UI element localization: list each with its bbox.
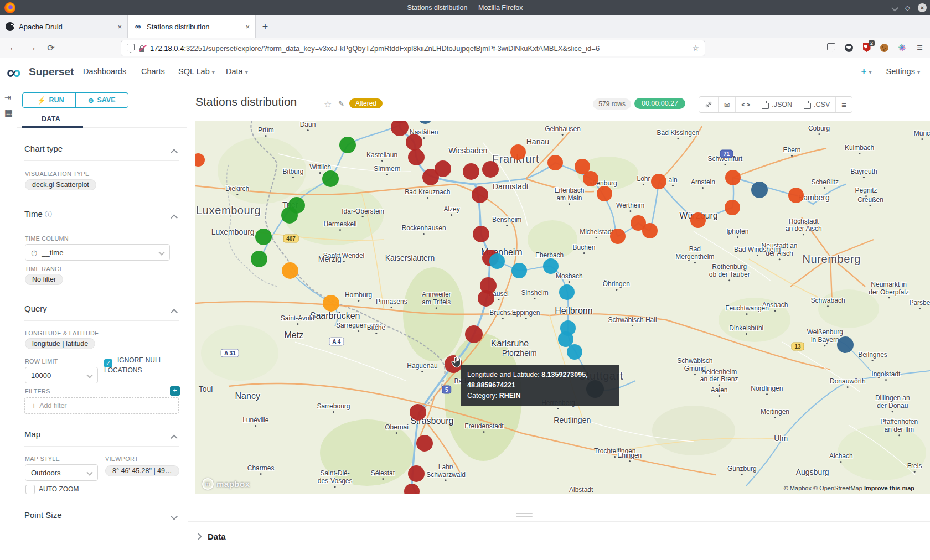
map-attribution[interactable]: © Mapbox © OpenStreetMap Improve this ma… bbox=[784, 485, 914, 491]
station-dot-main[interactable] bbox=[642, 223, 658, 238]
station-dot-neckar[interactable] bbox=[567, 344, 582, 360]
window-maximize-icon[interactable]: ◇ bbox=[905, 4, 910, 12]
section-time[interactable]: Time ⓘ bbox=[24, 209, 52, 220]
collapse-icon[interactable] bbox=[172, 307, 177, 317]
station-dot-main[interactable] bbox=[725, 200, 740, 215]
window-close-icon[interactable]: × bbox=[918, 3, 927, 12]
add-filter-box[interactable]: +Add filter bbox=[24, 397, 179, 414]
collapse-icon[interactable] bbox=[172, 433, 177, 443]
row-limit-select[interactable]: 10000 bbox=[25, 367, 98, 383]
save-button[interactable]: ⊕SAVE bbox=[75, 93, 128, 107]
tab-close-icon[interactable]: × bbox=[245, 23, 250, 31]
station-dot-saar[interactable] bbox=[282, 262, 298, 279]
station-dot-main[interactable] bbox=[583, 171, 598, 186]
favorite-star-icon[interactable]: ☆ bbox=[324, 99, 332, 110]
station-dot-rhein[interactable] bbox=[463, 163, 479, 180]
extension-sparkle-icon[interactable]: ✳ bbox=[897, 43, 907, 53]
station-dot-main[interactable] bbox=[610, 229, 626, 244]
back-button[interactable]: ← bbox=[7, 38, 20, 58]
station-dot-mosel[interactable] bbox=[281, 207, 298, 224]
station-dot-main[interactable] bbox=[547, 155, 563, 170]
window-minimize-icon[interactable] bbox=[892, 3, 897, 13]
container-mask-icon[interactable] bbox=[844, 43, 854, 53]
export-csv-button[interactable]: .CSV bbox=[798, 97, 836, 112]
tab-apache-druid[interactable]: Apache Druid × bbox=[0, 15, 128, 38]
station-dot-main[interactable] bbox=[510, 144, 526, 160]
embed-code-button[interactable]: < > bbox=[736, 97, 756, 112]
section-query[interactable]: Query bbox=[24, 304, 47, 313]
station-dot-rhein[interactable] bbox=[408, 149, 425, 165]
station-dot-rhein[interactable] bbox=[472, 186, 488, 203]
collapse-icon[interactable] bbox=[172, 212, 177, 222]
map-style-select[interactable]: Outdoors bbox=[25, 464, 98, 481]
station-dot-rhein[interactable] bbox=[406, 134, 422, 151]
station-dot-mosel[interactable] bbox=[322, 170, 339, 187]
nav-sql-lab[interactable]: SQL Lab ▾ bbox=[178, 67, 215, 76]
nav-charts[interactable]: Charts bbox=[141, 67, 165, 76]
station-dot-rhein[interactable] bbox=[465, 325, 483, 343]
superset-brand[interactable]: Superset bbox=[29, 66, 74, 78]
add-filter-plus-button[interactable]: + bbox=[170, 386, 180, 396]
station-dot-main[interactable] bbox=[788, 188, 804, 203]
station-dot-rhein[interactable] bbox=[410, 404, 426, 421]
datasource-grid-icon[interactable]: ▦ bbox=[4, 107, 13, 118]
section-point-size[interactable]: Point Size bbox=[24, 510, 62, 520]
tracking-protection-icon[interactable] bbox=[127, 44, 135, 53]
station-dot-danube[interactable] bbox=[837, 336, 854, 353]
station-dot-main[interactable] bbox=[597, 186, 612, 201]
insecure-lock-icon[interactable] bbox=[139, 44, 146, 52]
run-button[interactable]: ⚡RUN bbox=[23, 93, 75, 107]
station-dot-neckar[interactable] bbox=[543, 258, 559, 274]
collapse-icon[interactable] bbox=[172, 147, 177, 157]
ignore-null-checkbox[interactable]: ✓ bbox=[104, 356, 112, 367]
nav-dashboards[interactable]: Dashboards bbox=[83, 67, 126, 76]
url-input[interactable]: 172.18.0.4:32251/superset/explore/?form_… bbox=[121, 40, 705, 56]
share-link-button[interactable] bbox=[699, 97, 719, 112]
station-dot-mosel[interactable] bbox=[251, 251, 267, 267]
station-dot-saar[interactable] bbox=[323, 295, 339, 312]
viewport-value[interactable]: 8° 46' 45.28" | 49… bbox=[105, 465, 179, 476]
forward-button[interactable]: → bbox=[25, 38, 39, 58]
station-dot-neckar[interactable] bbox=[489, 253, 505, 269]
lonlat-value[interactable]: longitude | latitude bbox=[25, 338, 95, 349]
new-tab-button[interactable]: + bbox=[256, 15, 275, 38]
mapbox-logo[interactable]: mmapbox bbox=[202, 478, 250, 490]
station-dot-main[interactable] bbox=[651, 174, 666, 189]
station-dot-main[interactable] bbox=[725, 170, 741, 185]
tab-data[interactable]: DATA bbox=[42, 115, 60, 123]
tab-stations-distribution[interactable]: ∞ Stations distribution × bbox=[128, 15, 256, 38]
add-new-button[interactable]: + ▾ bbox=[861, 66, 872, 77]
settings-menu[interactable]: Settings ▾ bbox=[886, 67, 920, 76]
auto-zoom-checkbox[interactable] bbox=[25, 485, 35, 495]
export-json-button[interactable]: .JSON bbox=[756, 97, 798, 112]
station-dot-danube[interactable] bbox=[751, 182, 768, 198]
station-dot-mosel[interactable] bbox=[255, 229, 272, 245]
station-dot-rhein[interactable] bbox=[482, 161, 499, 178]
reload-button[interactable]: ⟳ bbox=[44, 38, 58, 58]
resize-handle[interactable] bbox=[516, 511, 533, 518]
bookmark-star-icon[interactable]: ☆ bbox=[692, 44, 699, 53]
station-dot-rhein[interactable] bbox=[416, 435, 433, 452]
extension-shield-icon[interactable] bbox=[826, 43, 836, 53]
browser-menu-icon[interactable]: ≡ bbox=[915, 43, 924, 53]
viz-type-value[interactable]: deck.gl Scatterplot bbox=[25, 179, 96, 190]
time-range-value[interactable]: No filter bbox=[25, 274, 63, 285]
station-dot-rhein[interactable] bbox=[478, 290, 494, 307]
station-dot-neckar[interactable] bbox=[512, 263, 527, 278]
email-button[interactable]: ✉ bbox=[719, 97, 736, 112]
station-dot-mosel[interactable] bbox=[339, 137, 356, 153]
data-panel-toggle[interactable]: Data bbox=[188, 522, 930, 541]
time-column-select[interactable]: ◷ __time bbox=[25, 244, 170, 261]
superset-logo-icon[interactable]: ∞ bbox=[7, 62, 21, 83]
station-dot-main[interactable] bbox=[690, 212, 706, 228]
section-map[interactable]: Map bbox=[24, 429, 40, 439]
ublock-icon[interactable]: 2 bbox=[862, 43, 871, 53]
section-chart-type[interactable]: Chart type bbox=[24, 144, 63, 153]
edit-properties-icon[interactable]: ✎ bbox=[338, 100, 344, 108]
station-dot-neckar[interactable] bbox=[559, 284, 575, 300]
station-dot-rhein[interactable] bbox=[473, 226, 489, 242]
station-dot-rhein[interactable] bbox=[435, 160, 451, 177]
cookie-icon[interactable] bbox=[880, 43, 889, 53]
nav-data[interactable]: Data ▾ bbox=[226, 67, 248, 76]
tab-close-icon[interactable]: × bbox=[117, 23, 122, 31]
